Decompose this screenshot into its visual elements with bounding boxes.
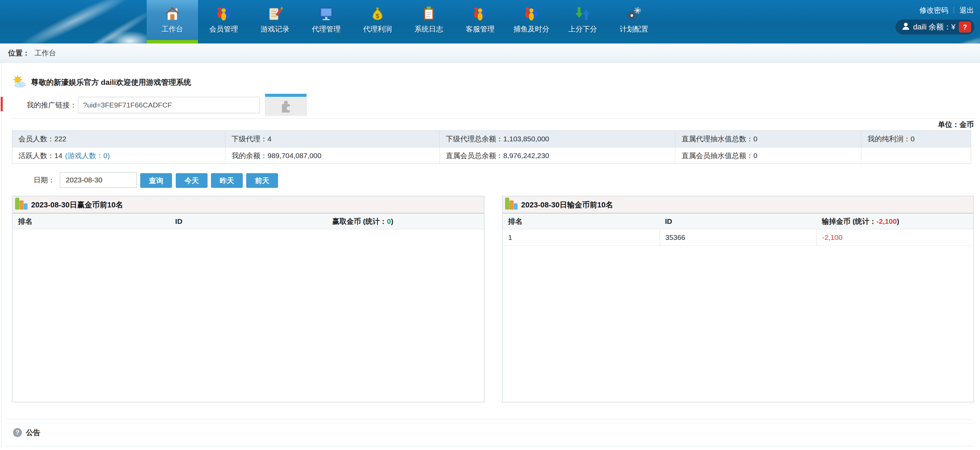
stat-sub-agents: 下级代理：4: [225, 131, 439, 147]
nav-label: 代理管理: [312, 24, 340, 34]
row-id: 35366: [660, 229, 816, 245]
game-records-icon: [267, 5, 283, 23]
game-users-link[interactable]: (游戏人数：0): [65, 151, 110, 161]
breadcrumb-label: 位置：: [8, 48, 30, 58]
top-navbar: 工作台 会员管理: [0, 0, 980, 43]
stat-member-count: 会员人数：222: [12, 131, 225, 147]
balance-badge: ?: [959, 22, 971, 32]
clipboard-icon: [421, 5, 437, 23]
link-separator: [954, 7, 954, 14]
row-lose-value: -2,100: [816, 229, 973, 245]
nav-label: 客服管理: [466, 24, 495, 34]
section-divider: [12, 118, 974, 119]
unit-label: 单位：金币: [938, 120, 974, 129]
lose-panel-title-bar: 2023-08-30日输金币前10名: [503, 196, 973, 214]
nav-item-members[interactable]: 会员管理: [198, 0, 249, 43]
service-icon: [472, 5, 488, 23]
announcement-divider-top: [6, 419, 974, 420]
announcement-row: ? 公告: [13, 428, 40, 437]
lose-panel-header: 排名 ID 输掉金币 (统计： -2,100 ): [503, 214, 973, 229]
nav-item-agent-manage[interactable]: 代理管理: [301, 0, 352, 43]
stat-active-users: 活跃人数：14 (游戏人数：0): [12, 147, 225, 164]
user-icon: [902, 22, 910, 32]
row-rank: 1: [503, 229, 660, 245]
nav-item-system-log[interactable]: 系统日志: [403, 0, 455, 43]
col-rank: 排名: [13, 214, 170, 229]
nav-label: 游戏记录: [261, 24, 289, 34]
change-password-link[interactable]: 修改密码: [920, 5, 948, 15]
page: 工作台 会员管理: [0, 0, 980, 450]
stat-my-balance: 我的余额：989,704,087,000: [225, 147, 439, 164]
announcement-divider-top-2: [6, 423, 974, 423]
updown-arrows-icon: [575, 5, 590, 23]
win-total-prefix: 赢取金币 (统计：: [332, 217, 387, 226]
stats-row-1: 会员人数：222 下级代理：4 下级代理总余额：1,103,850,000 直属…: [12, 131, 971, 147]
nav-label: 计划配置: [620, 24, 648, 34]
lose-table-row: 1 35366 -2,100: [503, 229, 973, 246]
nav-item-workbench[interactable]: 工作台: [147, 0, 198, 43]
main-nav: 工作台 会员管理: [147, 0, 660, 43]
nav-item-plan-config[interactable]: 计划配置: [608, 0, 660, 43]
home-icon: [164, 5, 180, 23]
announcement-divider-bottom: [6, 446, 974, 446]
left-edge-line: [1, 63, 2, 448]
breadcrumb-value: 工作台: [35, 48, 56, 58]
nav-item-service-manage[interactable]: 客服管理: [455, 0, 506, 43]
active-users-text: 活跃人数：14: [19, 151, 62, 161]
nav-label: 上分下分: [568, 24, 597, 34]
win-total-value: 0: [387, 217, 391, 225]
chart-bars-icon: [15, 196, 29, 212]
win-ranking-panel: 2023-08-30日赢金币前10名 排名 ID 赢取金币 (统计： 0 ): [12, 196, 485, 402]
monitor-icon: [318, 5, 334, 23]
nav-label: 代理利润: [363, 24, 392, 34]
date-input[interactable]: [60, 172, 137, 188]
date-label: 日期：: [33, 172, 55, 188]
copy-link-button[interactable]: [265, 94, 307, 116]
welcome-row: 尊敬的新濠娱乐官方 daili欢迎使用游戏管理系统: [13, 75, 191, 90]
account-links: 修改密码 退出: [920, 5, 974, 15]
win-panel-title: 2023-08-30日赢金币前10名: [31, 200, 123, 210]
nav-label: 工作台: [162, 24, 183, 34]
col-win-total: 赢取金币 (统计： 0 ): [327, 214, 484, 229]
nav-label: 会员管理: [209, 24, 238, 34]
nav-item-game-records[interactable]: 游戏记录: [249, 0, 301, 43]
win-panel-header: 排名 ID 赢取金币 (统计： 0 ): [13, 214, 484, 229]
puzzle-icon: [279, 98, 293, 114]
day-before-button[interactable]: 前天: [246, 173, 278, 188]
stat-net-profit: 我的纯利润：0: [861, 131, 971, 147]
col-lose-total: 输掉金币 (统计： -2,100 ): [816, 214, 973, 229]
question-icon: ?: [13, 428, 22, 437]
members-icon: [216, 5, 231, 23]
stat-direct-agent-pump: 直属代理抽水值总数：0: [675, 131, 861, 147]
col-id: ID: [660, 214, 816, 229]
lose-panel-title: 2023-08-30日输金币前10名: [521, 200, 613, 210]
nav-item-agent-profit[interactable]: $ 代理利润: [352, 0, 403, 43]
logout-link[interactable]: 退出: [959, 5, 974, 15]
query-button[interactable]: 查询: [140, 173, 172, 188]
stat-direct-member-balance: 直属会员总余额：8,976,242,230: [439, 147, 675, 164]
user-balance-pill[interactable]: daili 余额：¥ ?: [896, 19, 975, 35]
chart-bars-icon: [505, 196, 519, 212]
yesterday-button[interactable]: 昨天: [211, 173, 243, 188]
lose-ranking-panel: 2023-08-30日输金币前10名 排名 ID 输掉金币 (统计： -2,10…: [502, 196, 974, 402]
gears-icon: [626, 5, 642, 23]
svg-text:$: $: [376, 12, 380, 19]
nav-item-fishing-score[interactable]: 捕鱼及时分: [506, 0, 557, 43]
left-red-marker: [1, 97, 3, 111]
lose-total-suffix: ): [897, 217, 899, 225]
stats-table: 会员人数：222 下级代理：4 下级代理总余额：1,103,850,000 直属…: [12, 130, 971, 164]
stat-direct-member-pump: 直属会员抽水值总额：0: [675, 147, 861, 164]
nav-item-score-updown[interactable]: 上分下分: [557, 0, 608, 43]
lose-total-value: -2,100: [877, 217, 897, 225]
promo-link-label: 我的推广链接：: [27, 97, 77, 113]
promo-link-input[interactable]: [78, 97, 260, 113]
nav-label: 捕鱼及时分: [514, 24, 549, 34]
announcement-title: 公告: [26, 428, 40, 437]
col-rank: 排名: [503, 214, 660, 229]
stat-sub-agent-balance: 下级代理总余额：1,103,850,000: [439, 131, 675, 147]
breadcrumb: 位置： 工作台: [0, 43, 980, 62]
user-balance-label: daili 余额：¥: [913, 22, 955, 32]
stats-row-2: 活跃人数：14 (游戏人数：0) 我的余额：989,704,087,000 直属…: [12, 147, 971, 164]
today-button[interactable]: 今天: [176, 173, 208, 188]
fishing-icon: [523, 5, 539, 23]
